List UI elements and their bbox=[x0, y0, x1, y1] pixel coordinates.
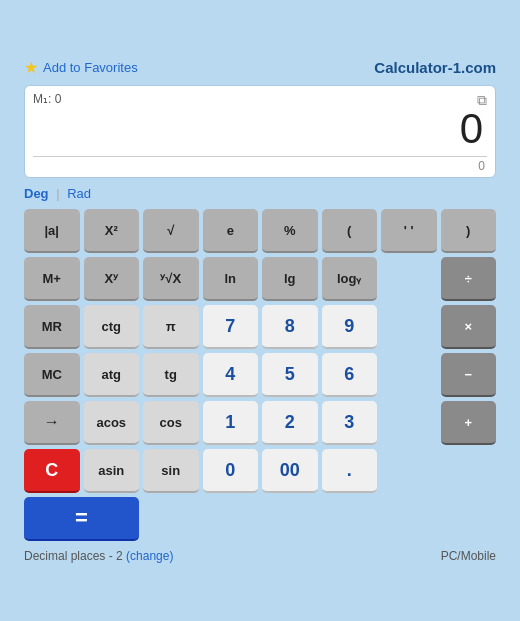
button-r2-c2[interactable]: π bbox=[143, 305, 199, 349]
top-bar: ★ Add to Favorites Calculator-1.com bbox=[24, 58, 496, 77]
button-r5-c0[interactable]: C bbox=[24, 449, 80, 493]
button-r1-c0[interactable]: M+ bbox=[24, 257, 80, 301]
button-r5-c7[interactable]: = bbox=[24, 497, 139, 541]
button-r0-c0[interactable]: |a| bbox=[24, 209, 80, 253]
button-r3-c0[interactable]: MC bbox=[24, 353, 80, 397]
button-r1-c3[interactable]: ln bbox=[203, 257, 259, 301]
mode-row: Deg | Rad bbox=[24, 186, 496, 201]
star-icon: ★ bbox=[24, 58, 38, 77]
button-r3-c4[interactable]: 5 bbox=[262, 353, 318, 397]
button-r0-c5[interactable]: ( bbox=[322, 209, 378, 253]
buttons-grid: |a|X²√e%(' ')M+Xʸʸ√Xlnlglogᵧ÷MRctgπ789×M… bbox=[24, 209, 496, 541]
button-r5-c3[interactable]: 0 bbox=[203, 449, 259, 493]
button-r4-c2[interactable]: cos bbox=[143, 401, 199, 445]
button-r2-c5[interactable]: 9 bbox=[322, 305, 378, 349]
decimal-label: Decimal places - 2 bbox=[24, 549, 123, 563]
copy-icon[interactable]: ⧉ bbox=[477, 92, 487, 109]
button-r3-c3[interactable]: 4 bbox=[203, 353, 259, 397]
button-r4-c4[interactable]: 2 bbox=[262, 401, 318, 445]
button-r1-c7[interactable]: ÷ bbox=[441, 257, 497, 301]
button-r4-c7[interactable]: + bbox=[441, 401, 497, 445]
button-r4-c0[interactable]: → bbox=[24, 401, 80, 445]
button-r3-c2[interactable]: tg bbox=[143, 353, 199, 397]
site-name: Calculator-1.com bbox=[374, 59, 496, 76]
favorites-label: Add to Favorites bbox=[43, 60, 138, 75]
button-r1-c2[interactable]: ʸ√X bbox=[143, 257, 199, 301]
mode-rad-button[interactable]: Rad bbox=[67, 186, 91, 201]
memory-label: M₁: 0 bbox=[33, 92, 487, 106]
button-r1-c5[interactable]: logᵧ bbox=[322, 257, 378, 301]
button-r0-c4[interactable]: % bbox=[262, 209, 318, 253]
decimal-info: Decimal places - 2 (change) bbox=[24, 549, 173, 563]
button-r5-c4[interactable]: 00 bbox=[262, 449, 318, 493]
calculator: ★ Add to Favorites Calculator-1.com M₁: … bbox=[10, 48, 510, 573]
button-r0-c6[interactable]: ' ' bbox=[381, 209, 437, 253]
button-r2-c3[interactable]: 7 bbox=[203, 305, 259, 349]
button-r0-c2[interactable]: √ bbox=[143, 209, 199, 253]
button-r2-c4[interactable]: 8 bbox=[262, 305, 318, 349]
button-r4-c5[interactable]: 3 bbox=[322, 401, 378, 445]
secondary-display: 0 bbox=[33, 159, 487, 173]
button-r0-c3[interactable]: e bbox=[203, 209, 259, 253]
main-display: 0 bbox=[33, 106, 487, 152]
footer: Decimal places - 2 (change) PC/Mobile bbox=[24, 549, 496, 563]
button-r5-c5[interactable]: . bbox=[322, 449, 378, 493]
button-r1-c4[interactable]: lg bbox=[262, 257, 318, 301]
add-favorites-button[interactable]: ★ Add to Favorites bbox=[24, 58, 138, 77]
button-r3-c5[interactable]: 6 bbox=[322, 353, 378, 397]
mode-deg-button[interactable]: Deg bbox=[24, 186, 49, 201]
button-r4-c3[interactable]: 1 bbox=[203, 401, 259, 445]
button-r3-c1[interactable]: atg bbox=[84, 353, 140, 397]
platform-label: PC/Mobile bbox=[441, 549, 496, 563]
button-r2-c1[interactable]: ctg bbox=[84, 305, 140, 349]
button-r2-c7[interactable]: × bbox=[441, 305, 497, 349]
button-r5-c2[interactable]: sin bbox=[143, 449, 199, 493]
button-r0-c1[interactable]: X² bbox=[84, 209, 140, 253]
button-r3-c7[interactable]: − bbox=[441, 353, 497, 397]
button-r5-c1[interactable]: asin bbox=[84, 449, 140, 493]
button-r0-c7[interactable]: ) bbox=[441, 209, 497, 253]
display-area: M₁: 0 ⧉ 0 0 bbox=[24, 85, 496, 178]
change-button[interactable]: (change) bbox=[126, 549, 173, 563]
button-r1-c1[interactable]: Xʸ bbox=[84, 257, 140, 301]
mode-separator: | bbox=[56, 186, 59, 201]
button-r2-c0[interactable]: MR bbox=[24, 305, 80, 349]
button-r4-c1[interactable]: acos bbox=[84, 401, 140, 445]
